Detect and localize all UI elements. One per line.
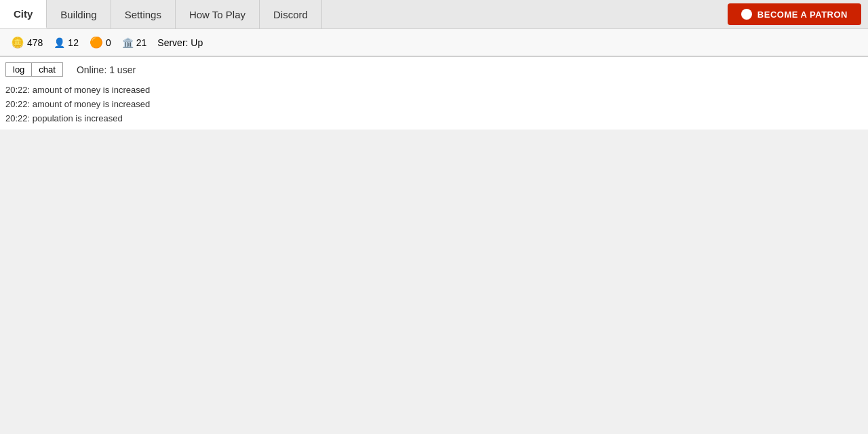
building-value: 21 bbox=[136, 37, 147, 48]
people-icon: 👤 bbox=[54, 37, 65, 48]
log-lines: 20:22: amount of money is increased 20:2… bbox=[5, 82, 863, 127]
orange-value: 0 bbox=[106, 37, 111, 48]
nav-city[interactable]: City bbox=[0, 0, 47, 28]
tab-row: log chat Online: 1 user bbox=[5, 60, 863, 79]
navbar: City Building Settings How To Play Disco… bbox=[0, 0, 868, 29]
orange-icon: 🟠 bbox=[90, 36, 103, 49]
nav-discord[interactable]: Discord bbox=[260, 0, 322, 28]
nav-how-to-play[interactable]: How To Play bbox=[176, 0, 260, 28]
log-line-1: 20:22: amount of money is increased bbox=[5, 83, 863, 98]
patron-button[interactable]: BECOME A PATRON bbox=[728, 3, 861, 25]
coins-display: 🪙 478 bbox=[11, 36, 43, 49]
log-line-2: 20:22: amount of money is increased bbox=[5, 98, 863, 112]
chat-tab[interactable]: chat bbox=[31, 62, 63, 77]
people-display: 👤 12 bbox=[54, 37, 79, 48]
people-value: 12 bbox=[68, 37, 79, 48]
building-display: 🏛️ 21 bbox=[122, 37, 147, 48]
server-text: Server: Up bbox=[157, 37, 203, 48]
server-status: Server: Up bbox=[157, 37, 203, 48]
coins-value: 478 bbox=[27, 37, 43, 48]
nav-building[interactable]: Building bbox=[47, 0, 111, 28]
online-count: Online: 1 user bbox=[77, 64, 136, 75]
log-tab[interactable]: log bbox=[5, 62, 31, 77]
patron-label: BECOME A PATRON bbox=[757, 9, 848, 20]
status-bar: 🪙 478 👤 12 🟠 0 🏛️ 21 Server: Up bbox=[0, 29, 868, 56]
building-icon: 🏛️ bbox=[122, 37, 134, 48]
orange-display: 🟠 0 bbox=[90, 36, 111, 49]
log-line-3: 20:22: population is increased bbox=[5, 112, 863, 126]
bottom-area: log chat Online: 1 user 20:22: amount of… bbox=[0, 56, 868, 130]
nav-settings[interactable]: Settings bbox=[111, 0, 176, 28]
coin-icon: 🪙 bbox=[11, 36, 24, 49]
patron-icon bbox=[741, 9, 752, 20]
